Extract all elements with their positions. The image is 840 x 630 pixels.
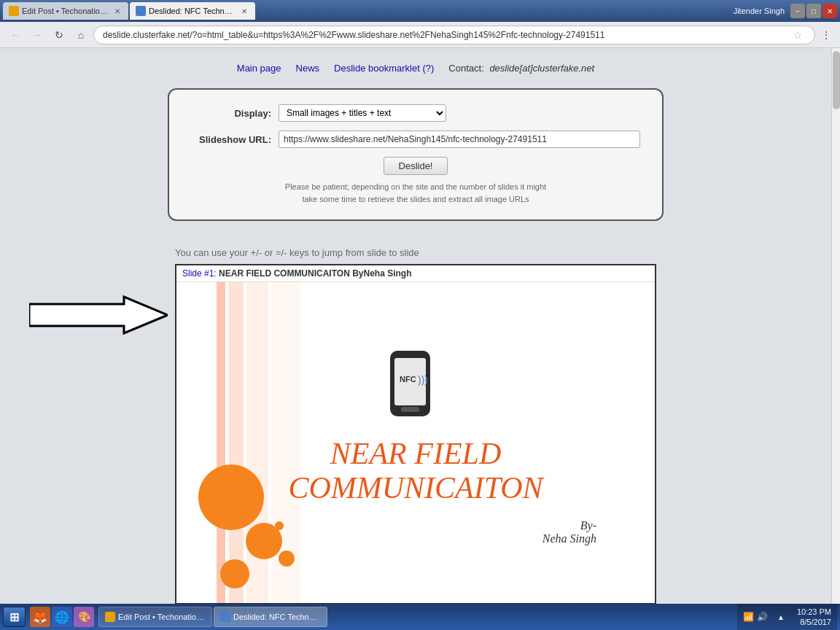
taskbar-quick-launch: 🦊 🌐 🎨 xyxy=(30,607,94,627)
taskbar-item-1[interactable]: Edit Post • Techonation • xyxy=(98,607,212,627)
taskbar-icon-firefox[interactable]: 🦊 xyxy=(30,607,50,627)
bookmark-icon[interactable]: ☆ xyxy=(793,29,806,41)
keyboard-hint: You can use your +/- or =/- keys to jump… xyxy=(175,247,656,258)
slide-area: Slide #1: NEAR FIELD COMMUNICAITON ByNeh… xyxy=(175,264,656,604)
tray-icons: 📶 🔊 ▲ xyxy=(743,610,791,624)
arrow-indicator xyxy=(29,293,168,337)
display-label: Display: xyxy=(191,108,271,119)
phone-svg: NFC ))) xyxy=(372,347,459,427)
page-area: Main page News Deslide bookmarklet (?) C… xyxy=(0,48,840,604)
form-panel: Display: Small images + titles + text La… xyxy=(168,88,664,221)
taskbar-item-1-label: Edit Post • Techonation • xyxy=(118,612,206,621)
main-page: Main page News Deslide bookmarklet (?) C… xyxy=(0,48,831,604)
title-line-1: NEAR FIELD xyxy=(288,437,542,470)
phone-area: NFC ))) xyxy=(372,347,459,429)
author-name: Neha Singh xyxy=(542,532,596,545)
slide-header: Slide #1: NEAR FIELD COMMUNICAITON ByNeh… xyxy=(176,265,655,282)
nav-bar: ← → ↻ ⌂ deslide.clusterfake.net/?o=html_… xyxy=(0,22,840,48)
svg-marker-0 xyxy=(29,297,168,333)
title-bar: Edit Post • Techonation • ✕ Deslided: NF… xyxy=(0,0,840,22)
tab-2[interactable]: Deslided: NFC Technolo... ✕ xyxy=(130,2,255,20)
forward-button[interactable]: → xyxy=(28,26,47,44)
scrollbar[interactable] xyxy=(831,48,840,604)
tray-expand[interactable]: ▲ xyxy=(771,610,791,624)
taskbar: ⊞ 🦊 🌐 🎨 Edit Post • Techonation • Deslid… xyxy=(0,604,840,630)
tab-2-label: Deslided: NFC Technolo... xyxy=(149,7,236,15)
bookmarklet-link[interactable]: Deslide bookmarklet (?) xyxy=(334,63,434,74)
clock-date: 8/5/2017 xyxy=(797,617,831,627)
taskbar-item-2-label: Deslided: NFC Technolo... xyxy=(233,612,321,621)
title-user: Jitender Singh xyxy=(729,7,789,15)
close-button[interactable]: ✕ xyxy=(822,4,837,18)
window-controls: − □ ✕ xyxy=(790,4,837,18)
taskbar-icon-chrome[interactable]: 🌐 xyxy=(52,607,72,627)
minimize-button[interactable]: − xyxy=(790,4,805,18)
back-button[interactable]: ← xyxy=(6,26,25,44)
circle-small-2 xyxy=(279,551,295,567)
taskbar-item-2-icon xyxy=(220,612,230,622)
address-text: deslide.clusterfake.net/?o=html_table&u=… xyxy=(103,30,604,40)
title-line-2: COMMUNICAITON xyxy=(288,471,542,505)
svg-text:))): ))) xyxy=(418,374,428,386)
taskbar-icon-paint[interactable]: 🎨 xyxy=(74,607,94,627)
scrollbar-thumb[interactable] xyxy=(833,51,840,109)
deslide-button[interactable]: Deslide! xyxy=(384,157,448,175)
url-input[interactable] xyxy=(279,131,640,148)
taskbar-item-2[interactable]: Deslided: NFC Technolo... xyxy=(214,607,327,627)
slide-main-title: NEAR FIELD COMMUNICAITON xyxy=(288,437,542,504)
system-clock: 10:23 PM 8/5/2017 xyxy=(797,607,831,628)
maximize-button[interactable]: □ xyxy=(806,4,821,18)
stripe-1 xyxy=(217,282,225,603)
svg-rect-3 xyxy=(401,407,419,412)
patience-text: Please be patient; depending on the site… xyxy=(191,181,640,205)
display-row: Display: Small images + titles + text La… xyxy=(191,104,640,122)
browser-window: Edit Post • Techonation • ✕ Deslided: NF… xyxy=(0,0,840,630)
url-row: Slideshow URL: xyxy=(191,131,640,148)
system-tray: 📶 🔊 ▲ 10:23 PM 8/5/2017 xyxy=(737,604,837,630)
slide-title-text: NEAR FIELD COMMUNICAITON ByNeha Singh xyxy=(219,268,411,279)
start-button[interactable]: ⊞ xyxy=(3,607,26,627)
circle-small-1 xyxy=(220,559,249,588)
page-navigation: Main page News Deslide bookmarklet (?) C… xyxy=(237,63,594,74)
url-label: Slideshow URL: xyxy=(191,134,271,145)
slide-container: Slide #1: NEAR FIELD COMMUNICAITON ByNeh… xyxy=(175,264,656,604)
taskbar-item-1-icon xyxy=(105,612,115,622)
start-orb: ⊞ xyxy=(9,610,19,624)
home-button[interactable]: ⌂ xyxy=(71,26,90,44)
tab-1-favicon xyxy=(9,6,19,16)
display-select[interactable]: Small images + titles + text Large image… xyxy=(279,104,446,122)
author-by: By- xyxy=(580,519,596,532)
tray-volume-icon: 🔊 xyxy=(757,612,768,622)
deslide-row: Deslide! Please be patient; depending on… xyxy=(191,157,640,205)
clock-time: 10:23 PM xyxy=(797,607,831,617)
tab-2-close[interactable]: ✕ xyxy=(239,7,249,16)
news-link[interactable]: News xyxy=(296,63,320,74)
svg-text:NFC: NFC xyxy=(400,375,416,384)
extension-icon-1[interactable]: ⋮ xyxy=(818,26,834,44)
keyboard-hint-row: You can use your +/- or =/- keys to jump… xyxy=(175,236,656,264)
slide-number: Slide #1: xyxy=(182,268,217,279)
contact-label: Contact: deslide[at]clusterfake.net xyxy=(448,63,594,74)
slide-content: NFC ))) NEAR FIELD COMMUNICAITON xyxy=(176,282,655,603)
contact-email: deslide[at]clusterfake.net xyxy=(489,63,594,74)
phone-icon: NFC ))) xyxy=(372,347,459,429)
tab-1-close[interactable]: ✕ xyxy=(112,7,122,16)
stripe-2 xyxy=(229,282,244,603)
address-bar[interactable]: deslide.clusterfake.net/?o=html_table&u=… xyxy=(93,26,815,44)
main-page-link[interactable]: Main page xyxy=(237,63,281,74)
tab-1[interactable]: Edit Post • Techonation • ✕ xyxy=(3,2,128,20)
tray-network-icon: 📶 xyxy=(743,612,754,622)
reload-button[interactable]: ↻ xyxy=(50,26,69,44)
tab-2-favicon xyxy=(136,6,146,16)
tab-1-label: Edit Post • Techonation • xyxy=(22,7,109,15)
slide-author: By- Neha Singh xyxy=(191,519,640,545)
